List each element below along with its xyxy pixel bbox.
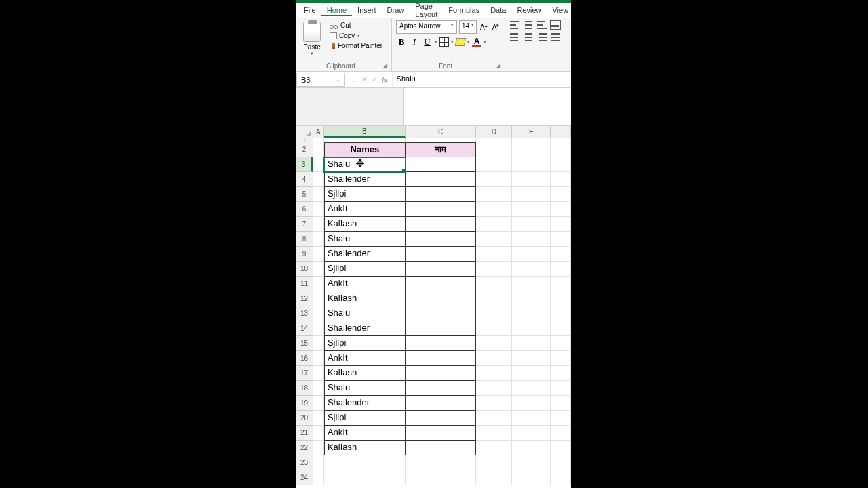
cell-c9[interactable] <box>406 247 476 262</box>
row-header-11[interactable]: 11 <box>296 277 313 291</box>
row-header-21[interactable]: 21 <box>296 426 313 441</box>
cell-c21[interactable] <box>406 426 476 441</box>
row-header-20[interactable]: 20 <box>296 411 313 426</box>
cell-b16[interactable]: AnkIt <box>324 351 406 366</box>
cell[interactable] <box>551 426 571 441</box>
cell[interactable] <box>476 455 512 470</box>
cell[interactable] <box>512 455 551 470</box>
cell[interactable] <box>476 217 512 232</box>
cell[interactable] <box>313 172 324 187</box>
cut-button[interactable]: Cut <box>328 20 384 30</box>
cell[interactable] <box>551 441 571 455</box>
cell[interactable] <box>476 157 512 172</box>
cell[interactable] <box>313 381 324 396</box>
cell[interactable] <box>313 351 324 366</box>
row-header-22[interactable]: 22 <box>296 441 313 455</box>
cell[interactable] <box>476 366 512 381</box>
cell[interactable] <box>551 157 571 172</box>
enter-icon[interactable]: ✓ <box>372 75 378 84</box>
row-header-24[interactable]: 24 <box>296 470 313 485</box>
cell-b13[interactable]: Shalu <box>324 306 406 321</box>
dialog-launcher-icon[interactable]: ◢ <box>383 62 387 68</box>
chevron-down-icon[interactable]: ▾ <box>484 39 486 45</box>
menu-file[interactable]: File <box>298 5 321 16</box>
cell-c7[interactable] <box>406 217 476 232</box>
cell[interactable] <box>551 232 571 247</box>
cell[interactable] <box>512 470 551 485</box>
cell[interactable] <box>313 187 324 202</box>
row-header-2[interactable]: 2 <box>296 142 313 157</box>
cell[interactable] <box>476 306 512 321</box>
cell-c12[interactable] <box>406 291 476 306</box>
cell[interactable] <box>476 470 512 485</box>
cell[interactable] <box>476 381 512 396</box>
cell-c17[interactable] <box>406 366 476 381</box>
fill-color-button[interactable] <box>455 38 467 46</box>
menu-page-layout[interactable]: Page Layout <box>410 1 443 20</box>
paste-button[interactable]: Paste ▾ <box>298 19 326 56</box>
cell-b20[interactable]: Sjllpi <box>324 411 406 426</box>
cell[interactable] <box>512 381 551 396</box>
cells-area[interactable]: NamesनामShaluShailenderSjllpiAnkItKalIas… <box>313 138 571 488</box>
align-top-button[interactable] <box>509 20 520 30</box>
cell-c16[interactable] <box>406 351 476 366</box>
cell[interactable] <box>512 142 551 157</box>
cell[interactable] <box>313 247 324 262</box>
row-header-18[interactable]: 18 <box>296 381 313 396</box>
cell-c10[interactable] <box>406 262 476 277</box>
dialog-launcher-icon[interactable]: ◢ <box>496 62 500 68</box>
cell[interactable] <box>512 396 551 411</box>
col-header-f[interactable] <box>551 126 571 138</box>
cell[interactable] <box>324 470 406 485</box>
cell[interactable] <box>551 187 571 202</box>
cell[interactable] <box>512 366 551 381</box>
cell-c13[interactable] <box>406 306 476 321</box>
cell-c8[interactable] <box>406 232 476 247</box>
chevron-down-icon[interactable]: ▾ <box>435 39 437 45</box>
cell[interactable] <box>324 455 406 470</box>
row-header-19[interactable]: 19 <box>296 396 313 411</box>
header-names[interactable]: Names <box>324 142 406 157</box>
cell-c11[interactable] <box>406 277 476 291</box>
cell-b4[interactable]: Shailender <box>324 172 406 187</box>
cell-b8[interactable]: Shalu <box>324 232 406 247</box>
cell[interactable] <box>551 396 571 411</box>
row-header-17[interactable]: 17 <box>296 366 313 381</box>
align-bottom-button[interactable] <box>536 20 547 30</box>
cell[interactable] <box>551 202 571 217</box>
cell-c14[interactable] <box>406 321 476 336</box>
cell[interactable] <box>476 291 512 306</box>
align-left-button[interactable] <box>509 33 520 42</box>
cell[interactable] <box>512 172 551 187</box>
cell[interactable] <box>476 351 512 366</box>
cell-b5[interactable]: Sjllpi <box>324 187 406 202</box>
cell[interactable] <box>551 291 571 306</box>
menu-review[interactable]: Review <box>511 5 547 16</box>
cell[interactable] <box>512 351 551 366</box>
spreadsheet-grid[interactable]: A B C D E 123456789101112131415161718192… <box>296 126 571 488</box>
row-header-13[interactable]: 13 <box>296 306 313 321</box>
decrease-font-button[interactable]: A▾ <box>491 23 501 31</box>
row-header-6[interactable]: 6 <box>296 202 313 217</box>
align-center-button[interactable] <box>523 33 534 42</box>
cell[interactable] <box>406 455 476 470</box>
font-size-select[interactable]: 14▾ <box>459 20 477 34</box>
cell[interactable] <box>476 187 512 202</box>
col-header-c[interactable]: C <box>406 126 476 138</box>
menu-draw[interactable]: Draw <box>382 5 410 16</box>
col-header-b[interactable]: B <box>324 126 406 138</box>
cell[interactable] <box>476 277 512 291</box>
cell[interactable] <box>551 217 571 232</box>
merge-button[interactable] <box>550 33 561 42</box>
cell[interactable] <box>313 262 324 277</box>
cell[interactable] <box>476 142 512 157</box>
cell-b22[interactable]: KalIash <box>324 441 406 455</box>
cell-c18[interactable] <box>406 381 476 396</box>
cell[interactable] <box>313 321 324 336</box>
col-header-d[interactable]: D <box>476 126 512 138</box>
cell[interactable] <box>313 306 324 321</box>
cell[interactable] <box>512 426 551 441</box>
cell-b12[interactable]: KalIash <box>324 291 406 306</box>
cell[interactable] <box>551 455 571 470</box>
cell[interactable] <box>313 366 324 381</box>
